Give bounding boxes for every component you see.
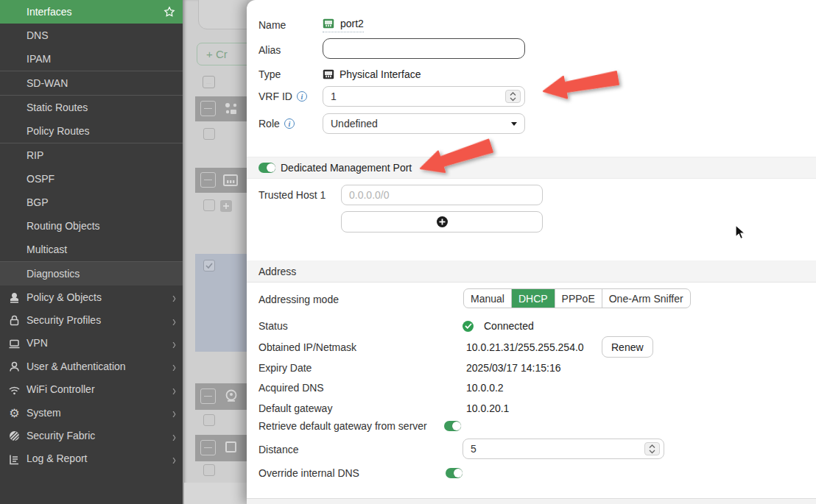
status-value: Connected <box>484 320 534 332</box>
vpn-icon <box>8 338 21 350</box>
mouse-cursor <box>735 224 747 241</box>
status-label: Status <box>258 320 462 332</box>
dropdown-caret-icon <box>511 122 517 126</box>
addressing-mode-label: Addressing mode <box>258 294 339 305</box>
sidebar-item-sd-wan[interactable]: SD-WAN <box>0 71 183 95</box>
favorite-star-icon[interactable] <box>163 6 175 18</box>
row-checkbox[interactable] <box>203 464 215 476</box>
addressing-mode-one-arm-sniffer[interactable]: One-Arm Sniffer <box>602 289 690 308</box>
address-section-header: Address <box>247 260 816 283</box>
sidebar-menu-security-profiles[interactable]: Security Profiles› <box>0 308 183 331</box>
sidebar-item-bgp[interactable]: BGP <box>0 191 183 214</box>
sidebar-menu-wifi-controller[interactable]: WiFi Controller› <box>0 378 183 401</box>
background-card <box>198 0 247 29</box>
table-group-row[interactable] <box>195 435 247 461</box>
sidebar-item-routing-objects[interactable]: Routing Objects <box>0 214 183 238</box>
default-gateway-value: 10.0.20.1 <box>466 402 509 414</box>
sidebar-item-ospf[interactable]: OSPF <box>0 167 183 191</box>
address-section-label: Address <box>258 266 296 277</box>
vrf-info-icon[interactable]: i <box>297 91 307 102</box>
vrf-spinner[interactable] <box>505 90 521 103</box>
addressing-mode-segmented: ManualDHCPPPPoEOne-Arm Sniffer <box>463 288 691 308</box>
vrf-id-label: VRF ID <box>258 90 292 102</box>
table-group-row[interactable] <box>195 168 247 193</box>
chevron-right-icon: › <box>172 312 176 328</box>
vrf-id-input[interactable]: 1 <box>323 86 525 107</box>
row-checkbox[interactable] <box>203 414 215 426</box>
addressing-mode-dhcp[interactable]: DHCP <box>512 289 555 308</box>
obtained-ip-label: Obtained IP/Netmask <box>258 341 466 353</box>
sidebar-menu-system[interactable]: ⚙System› <box>0 401 183 424</box>
chevron-right-icon: › <box>172 427 176 444</box>
default-gateway-label: Default gateway <box>258 402 466 414</box>
trusted-host-input[interactable]: 0.0.0.0/0 <box>341 185 543 205</box>
override-dns-toggle[interactable] <box>446 468 462 478</box>
distance-input[interactable]: 5 <box>462 439 664 459</box>
addressing-mode-manual[interactable]: Manual <box>464 289 512 308</box>
name-label: Name <box>258 19 323 31</box>
row-checkbox-checked[interactable] <box>203 260 215 271</box>
selected-row[interactable] <box>195 254 247 352</box>
acquired-dns-value: 10.0.0.2 <box>466 382 504 394</box>
expand-chip[interactable] <box>220 200 232 212</box>
addressing-mode-pppoe[interactable]: PPPoE <box>555 289 602 308</box>
interface-name-value[interactable]: port2 <box>323 18 364 32</box>
chevron-right-icon: › <box>172 289 176 305</box>
sidebar-menu-security-fabric[interactable]: Security Fabric› <box>0 424 183 447</box>
sidebar-menu-policy-objects[interactable]: Policy & Objects› <box>0 285 183 308</box>
table-group-row[interactable] <box>195 96 247 121</box>
sidebar-navigation: InterfacesDNSIPAMSD-WANStatic RoutesPoli… <box>0 0 183 504</box>
sidebar-item-policy-routes[interactable]: Policy Routes <box>0 119 183 143</box>
sidebar-item-rip[interactable]: RIP <box>0 143 183 167</box>
row-checkbox[interactable] <box>203 199 215 211</box>
distance-label: Distance <box>258 444 298 455</box>
sidebar-menu-log-report[interactable]: Log & Report› <box>0 447 183 470</box>
sidebar-menu-vpn[interactable]: VPN› <box>0 332 183 355</box>
distance-spinner[interactable] <box>644 442 660 455</box>
physical-interface-icon <box>323 69 334 79</box>
chevron-right-icon: › <box>172 335 176 351</box>
collapse-all-checkbox[interactable] <box>203 76 215 88</box>
fortiap-icon <box>224 388 239 404</box>
role-select[interactable]: Undefined <box>323 113 525 134</box>
sidebar-item-static-routes[interactable]: Static Routes <box>0 96 183 119</box>
sidebar-item-ipam[interactable]: IPAM <box>0 47 183 71</box>
security-fabric-icon <box>8 430 21 442</box>
panel-footer <box>247 498 816 504</box>
sidebar-item-diagnostics[interactable]: Diagnostics <box>0 262 183 285</box>
wifi-controller-icon <box>8 384 21 397</box>
trusted-host-label: Trusted Host 1 <box>258 189 326 201</box>
row-checkbox[interactable] <box>203 128 215 140</box>
sidebar-menu-user-authentication[interactable]: User & Authentication› <box>0 355 183 377</box>
chevron-right-icon: › <box>172 405 176 421</box>
interface-edit-form: Name port2 Alias Type Physical Interface… <box>247 0 816 504</box>
fortigate-interface-edit-screen: InterfacesDNSIPAMSD-WANStatic RoutesPoli… <box>0 0 816 504</box>
create-button[interactable]: + Cr <box>197 43 247 65</box>
status-connected-icon <box>462 321 474 332</box>
system-gear-icon: ⚙ <box>8 407 21 419</box>
dedicated-mgmt-toggle[interactable] <box>258 163 275 173</box>
retrieve-gateway-toggle[interactable] <box>444 421 461 431</box>
sidebar-item-multicast[interactable]: Multicast <box>0 238 183 261</box>
dedicated-mgmt-band: Dedicated Management Port <box>247 157 816 179</box>
dimmed-background-table: + Cr <box>183 0 247 504</box>
override-dns-label: Override internal DNS <box>258 467 446 479</box>
renew-button[interactable]: Renew <box>602 336 653 358</box>
dedicated-mgmt-label: Dedicated Management Port <box>281 162 412 174</box>
expiry-date-label: Expiry Date <box>258 362 466 374</box>
interface-icon <box>223 173 238 188</box>
plus-circle-icon <box>437 216 448 227</box>
table-group-row[interactable] <box>195 383 247 410</box>
obtained-ip-value: 10.0.21.31/255.255.254.0 <box>466 341 584 353</box>
zone-icon <box>223 101 239 117</box>
alias-input[interactable] <box>323 38 525 59</box>
acquired-dns-label: Acquired DNS <box>258 382 466 394</box>
chevron-right-icon: › <box>172 358 176 375</box>
sidebar-item-interfaces[interactable]: Interfaces <box>0 0 183 24</box>
alias-label: Alias <box>258 44 323 56</box>
add-trusted-host-button[interactable] <box>341 211 543 233</box>
role-info-icon[interactable]: i <box>284 118 295 129</box>
retrieve-gateway-label: Retrieve default gateway from server <box>258 420 444 432</box>
sidebar-item-dns[interactable]: DNS <box>0 24 183 47</box>
log-report-icon <box>8 453 21 466</box>
